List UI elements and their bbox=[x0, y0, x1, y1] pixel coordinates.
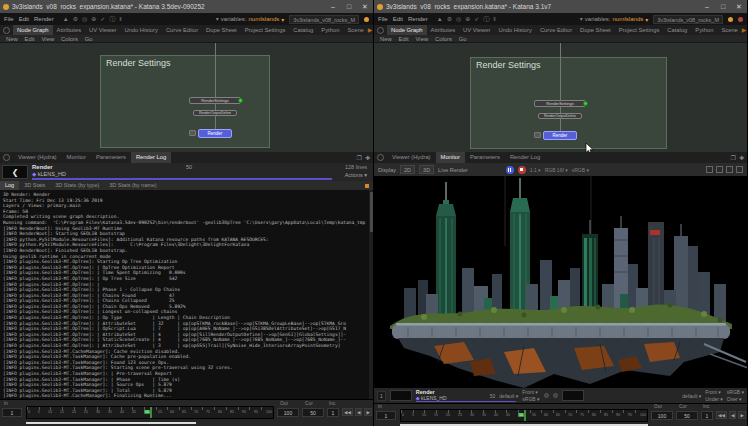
backdrop-node[interactable]: Render Settings bbox=[100, 55, 270, 148]
nodegraph-menu-item[interactable]: Colors bbox=[61, 36, 78, 42]
frame-ruler[interactable]: 0510152025303540455055606570758085909510… bbox=[26, 406, 274, 419]
pause-icon[interactable]: ‖ bbox=[119, 13, 121, 25]
nodegraph-menu-item[interactable]: Go bbox=[85, 36, 93, 42]
flag-icon[interactable]: ⊕ bbox=[91, 13, 96, 25]
gear-icon[interactable]: ⚙ bbox=[73, 13, 78, 25]
maximize-button[interactable]: □ bbox=[718, 0, 728, 13]
variables-dropdown-icon[interactable]: ▾ bbox=[645, 16, 648, 23]
display-3d-button[interactable]: 3D bbox=[419, 165, 434, 174]
log-subtab[interactable]: Log bbox=[0, 181, 19, 190]
roi-icon[interactable] bbox=[706, 166, 713, 173]
bottom-pane-tab[interactable]: Render Log bbox=[505, 152, 545, 163]
pane-tab[interactable]: Undo History bbox=[120, 25, 162, 35]
bottom-pane-tab[interactable]: Viewer (Hydra) bbox=[387, 152, 436, 163]
log-scrollbar[interactable] bbox=[369, 190, 373, 399]
swap-buffers-button[interactable] bbox=[544, 393, 549, 398]
timeline-scrollbar[interactable] bbox=[26, 422, 196, 424]
log-subtab[interactable]: 3D Stats (by type) bbox=[50, 181, 104, 190]
nodegraph-menu-item[interactable]: View bbox=[416, 36, 428, 42]
front-dropdown-b[interactable]: Front ▾ bbox=[705, 389, 723, 395]
bottom-pane-tab[interactable]: Parameters bbox=[465, 152, 505, 163]
pane-options-icon[interactable]: ✚ bbox=[365, 153, 370, 163]
pane-tab[interactable]: Catalog bbox=[663, 25, 691, 35]
srgb-dropdown-a[interactable]: sRGB ▾ bbox=[522, 396, 539, 402]
nodegraph-menu-item[interactable]: New bbox=[6, 36, 18, 42]
step-back-button[interactable]: ◀ bbox=[729, 411, 736, 419]
out-field[interactable]: 100 bbox=[277, 408, 299, 417]
variables-dropdown-icon[interactable]: ▾ bbox=[281, 16, 284, 23]
pane-tab[interactable]: Curve Editor bbox=[162, 25, 202, 35]
zoom-level-dropdown[interactable]: 1:1 ▾ bbox=[530, 167, 541, 173]
node-graph-canvas[interactable]: Render Settings RenderSettings RenderOut… bbox=[374, 43, 747, 152]
pane-tab[interactable]: Dope Sheet bbox=[202, 25, 241, 35]
title-bar[interactable]: 3v3islands_v08_rocks_expansion.katana* -… bbox=[374, 0, 747, 13]
pane-tab[interactable]: Curve Editor bbox=[536, 25, 576, 35]
filename-field[interactable]: 3v3islands_v08_rocks_M bbox=[289, 15, 359, 24]
compare-mode-button[interactable] bbox=[553, 393, 558, 398]
variables-value[interactable]: numIslands bbox=[613, 16, 644, 22]
go-to-start-button[interactable]: ◀◀ bbox=[342, 408, 353, 416]
pane-tab[interactable]: Python bbox=[317, 25, 343, 35]
pane-menu-icon[interactable] bbox=[377, 154, 384, 161]
pane-tab[interactable]: Scene bbox=[343, 25, 367, 35]
check-icon[interactable]: ✓ bbox=[100, 13, 105, 25]
pane-tab[interactable]: Dope Sheet bbox=[576, 25, 615, 35]
pane-menu-icon[interactable] bbox=[377, 27, 384, 34]
log-subtab[interactable]: 3D Stats (by name) bbox=[104, 181, 161, 190]
display-2d-button[interactable]: 2D bbox=[400, 165, 415, 174]
node-input-tab[interactable] bbox=[189, 130, 196, 136]
colorspace-dropdown[interactable]: sRGB ▾ bbox=[572, 167, 589, 173]
flag-icon[interactable]: ⊕ bbox=[465, 13, 470, 25]
stop-render-button[interactable] bbox=[518, 166, 526, 174]
menu-file[interactable]: File bbox=[4, 16, 14, 22]
minimize-button[interactable]: – bbox=[328, 0, 338, 13]
frame-ruler[interactable]: 0510152025303540455055606570758085909510… bbox=[400, 409, 648, 422]
pane-menu-icon[interactable] bbox=[3, 154, 10, 161]
in-field[interactable]: 1 bbox=[376, 411, 396, 420]
log-subtab[interactable]: 3D Stats bbox=[19, 181, 50, 190]
tab-overflow-icon[interactable]: ▶ bbox=[368, 25, 373, 35]
variables-value[interactable]: numIslands bbox=[249, 16, 280, 22]
info-icon[interactable]: ⓘ bbox=[109, 13, 115, 25]
pane-tab[interactable]: Python bbox=[691, 25, 717, 35]
render-log-text[interactable]: 3D Render: RenderStart Time: Fri Dec 13 … bbox=[0, 190, 373, 399]
default-dropdown-a[interactable]: default ▾ bbox=[499, 393, 518, 399]
pane-options-icon[interactable]: ✚ bbox=[739, 153, 744, 163]
info-icon[interactable]: ⓘ bbox=[483, 13, 489, 25]
check-icon[interactable]: ✓ bbox=[474, 13, 479, 25]
render-node[interactable]: Render bbox=[543, 131, 577, 140]
increment-field[interactable]: 1 bbox=[327, 408, 339, 417]
pane-tab[interactable]: UV Viewer bbox=[85, 25, 120, 35]
buffer-a-thumbnail[interactable] bbox=[390, 390, 412, 401]
minimize-button[interactable]: – bbox=[702, 0, 712, 13]
filename-field[interactable]: 3v3islands_v08_rocks_M bbox=[653, 15, 723, 24]
node-graph-canvas[interactable]: Render Settings RenderSettings RenderOut… bbox=[0, 43, 373, 152]
live-render-label[interactable]: Live Render bbox=[438, 167, 468, 173]
render-node[interactable]: Render bbox=[198, 129, 232, 138]
over-dropdown[interactable]: Over ▾ bbox=[727, 396, 744, 402]
menu-render[interactable]: Render bbox=[34, 16, 54, 22]
play-button[interactable]: ▶ bbox=[364, 408, 371, 416]
render-settings-node[interactable]: RenderSettings bbox=[534, 100, 586, 107]
maximize-button[interactable]: □ bbox=[344, 0, 354, 13]
gear-icon[interactable]: ⚙ bbox=[447, 13, 452, 25]
render-output-define-node[interactable]: RenderOutputDefine bbox=[538, 113, 582, 119]
bottom-pane-tab[interactable]: Viewer (Hydra) bbox=[13, 152, 62, 163]
pane-tab[interactable]: Attributes bbox=[427, 25, 460, 35]
pane-tab[interactable]: Undo History bbox=[494, 25, 536, 35]
play-button[interactable]: ▶ bbox=[738, 411, 745, 419]
current-frame-field[interactable]: 50 bbox=[302, 408, 324, 417]
menu-render[interactable]: Render bbox=[408, 16, 428, 22]
back-arrow-icon[interactable]: ▲ bbox=[63, 13, 69, 25]
target-icon[interactable]: ◎ bbox=[456, 13, 461, 25]
nodegraph-menu-item[interactable]: Colors bbox=[435, 36, 452, 42]
title-bar[interactable]: 3v3islands_v08_rocks_expansion.katana* -… bbox=[0, 0, 373, 13]
under-dropdown[interactable]: Under ▾ bbox=[705, 396, 723, 402]
menu-edit[interactable]: Edit bbox=[19, 16, 29, 22]
buffer-b-thumbnail[interactable] bbox=[562, 390, 584, 401]
tab-overflow-icon[interactable]: ▶ bbox=[742, 25, 747, 35]
pane-menu-icon[interactable] bbox=[3, 27, 10, 34]
view-flag-icon[interactable] bbox=[238, 98, 243, 103]
nodegraph-menu-item[interactable]: New bbox=[380, 36, 392, 42]
float-pane-icon[interactable]: ❐ bbox=[357, 153, 362, 163]
